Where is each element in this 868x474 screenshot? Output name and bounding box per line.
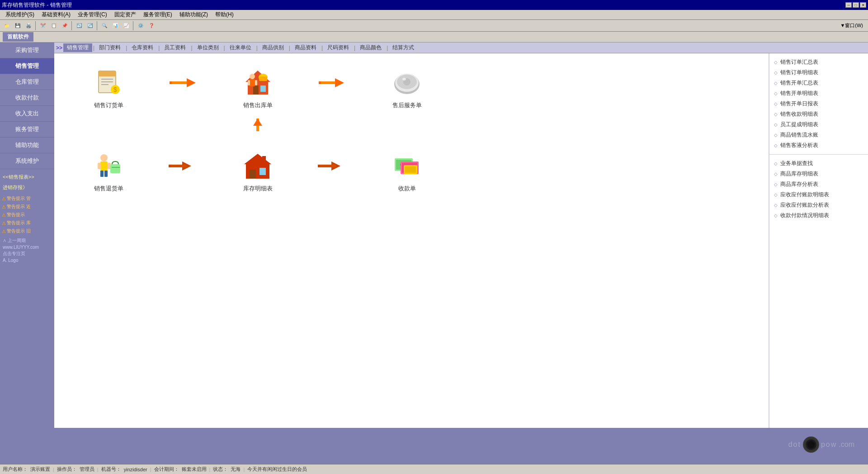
svg-rect-14 bbox=[250, 79, 255, 86]
nav-alert-5: ⚠ 警告提示 旧 bbox=[0, 227, 54, 235]
bottom-area: dot pow .com bbox=[0, 428, 868, 464]
nav-alert-3: ⚠ 警告提示 bbox=[0, 211, 54, 219]
svg-marker-9 bbox=[187, 78, 196, 87]
icon-label-inventory-detail: 库存明细表 bbox=[243, 185, 273, 193]
menu-service[interactable]: 服务管理(E) bbox=[140, 10, 176, 19]
right-item-business-find[interactable]: 业务单据查找 bbox=[769, 158, 868, 169]
nav-item-income-expense[interactable]: 收入支出 bbox=[0, 106, 54, 122]
right-item-employee-commission[interactable]: 员工提成明细表 bbox=[769, 119, 868, 130]
icon-sales-return[interactable]: 销售退货单 bbox=[63, 150, 154, 193]
close-button[interactable]: ✕ bbox=[860, 2, 866, 8]
right-item-sales-order-summary[interactable]: 销售订单汇总表 bbox=[769, 57, 868, 67]
right-item-sales-receipt-detail[interactable]: 销售收款明细表 bbox=[769, 109, 868, 119]
right-item-sales-open-daily[interactable]: 销售开单日报表 bbox=[769, 99, 868, 109]
nav-item-system[interactable]: 系统维护 bbox=[0, 153, 54, 169]
toolbar-btn-9[interactable]: 🔍 bbox=[99, 21, 109, 31]
nav-item-sales[interactable]: 销售管理 bbox=[0, 58, 54, 74]
nav-item-warehouse[interactable]: 仓库管理 bbox=[0, 74, 54, 90]
maximize-button[interactable]: □ bbox=[853, 2, 859, 8]
icon-label-sales-return: 销售退货单 bbox=[94, 185, 123, 193]
status-machine: yinzidisder bbox=[124, 467, 147, 472]
right-item-payment-detail[interactable]: 收款付款情况明细表 bbox=[769, 210, 868, 221]
breadcrumb-tab-dept[interactable]: 部门资料 bbox=[95, 43, 125, 52]
breadcrumb-tab-settlement[interactable]: 结算方式 bbox=[389, 43, 418, 52]
toolbar-btn-1[interactable]: 📁 bbox=[2, 21, 12, 31]
icon-receipt[interactable]: 收款单 bbox=[362, 150, 452, 193]
right-item-ar-ap-detail[interactable]: 应收应付账款明细表 bbox=[769, 190, 868, 200]
sub-window-btn[interactable]: ▼窗口(W) bbox=[837, 21, 866, 31]
icon-sales-outbound[interactable]: 销售出库单 bbox=[212, 67, 303, 109]
breadcrumb-bar: >> 销售管理 | 部门资料 | 仓库资料 | 员工资料 | 单位类别 | 往来… bbox=[54, 43, 868, 53]
minimize-button[interactable]: ─ bbox=[845, 2, 852, 8]
menu-basic-data[interactable]: 基础资料(A) bbox=[38, 10, 74, 19]
breadcrumb-tab-size[interactable]: 尺码资料 bbox=[324, 43, 353, 52]
icon-sales-order[interactable]: $ 销售订货单 bbox=[63, 67, 154, 109]
breadcrumb-current: 销售管理 bbox=[63, 43, 92, 52]
right-section-2: 业务单据查找 商品库存明细表 商品库存分析表 应收应付账款明细表 应收应付账款分… bbox=[769, 158, 868, 221]
toolbar-btn-11[interactable]: 📈 bbox=[121, 21, 131, 31]
icon-inventory-detail[interactable]: 库存明细表 bbox=[212, 150, 303, 193]
status-period-label: 会计期间： bbox=[154, 466, 179, 473]
nav-item-accounting[interactable]: 账务管理 bbox=[0, 122, 54, 137]
nav-link-period[interactable]: ∧ 上一周期 bbox=[0, 237, 54, 244]
toolbar-btn-4[interactable]: ✂️ bbox=[38, 21, 48, 31]
nav-sub-inventory-report[interactable]: 进销存报》 bbox=[0, 182, 54, 193]
status-username-label: 用户名称： bbox=[3, 466, 28, 473]
toolbar-btn-12[interactable]: ⚙️ bbox=[136, 21, 146, 31]
right-section-1: 销售订单汇总表 销售订单明细表 销售开单汇总表 销售开单明细表 销售开单日报表 … bbox=[769, 57, 868, 151]
toolbar-btn-5[interactable]: 📋 bbox=[49, 21, 59, 31]
icon-grid: $ 销售订货单 bbox=[54, 53, 769, 428]
right-item-inventory-analysis[interactable]: 商品库存分析表 bbox=[769, 179, 868, 190]
svg-rect-11 bbox=[253, 85, 259, 95]
menu-auxiliary[interactable]: 辅助功能(Z) bbox=[176, 10, 212, 19]
window-controls: ─ □ ✕ bbox=[845, 2, 866, 8]
toolbar-btn-7[interactable]: ↩️ bbox=[74, 21, 84, 31]
right-item-sales-order-detail[interactable]: 销售订单明细表 bbox=[769, 67, 868, 78]
toolbar-btn-2[interactable]: 💾 bbox=[13, 21, 23, 31]
toolbar-btn-10[interactable]: 📊 bbox=[110, 21, 120, 31]
menu-help[interactable]: 帮助(H) bbox=[212, 10, 237, 19]
toolbar-btn-3[interactable]: 🖨️ bbox=[24, 21, 33, 31]
nav-item-auxiliary[interactable]: 辅助功能 bbox=[0, 137, 54, 153]
breadcrumb-tab-product[interactable]: 商品资料 bbox=[291, 43, 321, 52]
right-item-sales-open-summary[interactable]: 销售开单汇总表 bbox=[769, 78, 868, 88]
breadcrumb-tab-unit-type[interactable]: 单位类别 bbox=[193, 43, 223, 52]
status-status-label: 状态： bbox=[213, 466, 228, 473]
svg-marker-28 bbox=[253, 118, 262, 126]
nav-alert-1: ⚠ 警告提示 管 bbox=[0, 194, 54, 203]
menu-fixed-assets[interactable]: 固定资产 bbox=[111, 10, 140, 19]
page-subtitle-bar: 首航软件 bbox=[0, 32, 868, 43]
breadcrumb-tab-employee[interactable]: 员工资料 bbox=[160, 43, 190, 52]
toolbar-btn-6[interactable]: 📌 bbox=[60, 21, 70, 31]
toolbar: 📁 💾 🖨️ ✂️ 📋 📌 ↩️ ↪️ 🔍 📊 📈 ⚙️ ❓ ▼窗口(W) bbox=[0, 20, 868, 32]
icon-after-sales[interactable]: 售后服务单 bbox=[362, 67, 452, 109]
toolbar-btn-13[interactable]: ❓ bbox=[146, 21, 156, 31]
svg-point-26 bbox=[402, 78, 406, 81]
icon-label-sales-outbound: 销售出库单 bbox=[243, 101, 273, 109]
nav-item-receipt-payment[interactable]: 收款付款 bbox=[0, 90, 54, 106]
right-item-ar-ap-analysis[interactable]: 应收应付账款分析表 bbox=[769, 200, 868, 210]
right-item-customer-analysis[interactable]: 销售客液分析表 bbox=[769, 140, 868, 151]
nav-item-purchase[interactable]: 采购管理 bbox=[0, 43, 54, 58]
nav-sub-sales-report[interactable]: <<销售报表>> bbox=[0, 172, 54, 182]
nav-link-logo[interactable]: A. Logo bbox=[0, 257, 54, 263]
breadcrumb-tab-color[interactable]: 商品颜色 bbox=[356, 43, 386, 52]
breadcrumb-tab-supplier[interactable]: 商品供别 bbox=[259, 43, 288, 52]
right-item-inventory-detail-report[interactable]: 商品库存明细表 bbox=[769, 169, 868, 179]
nav-alert-2: ⚠ 警告提示 近 bbox=[0, 203, 54, 211]
right-item-product-sales-flow[interactable]: 商品销售流水账 bbox=[769, 130, 868, 140]
breadcrumb-tab-partner[interactable]: 往来单位 bbox=[226, 43, 255, 52]
toolbar-btn-8[interactable]: ↪️ bbox=[85, 21, 95, 31]
menu-bar: 系统维护(S) 基础资料(A) 业务管理(C) 固定资产 服务管理(E) 辅助功… bbox=[0, 10, 868, 20]
menu-business[interactable]: 业务管理(C) bbox=[74, 10, 111, 19]
menu-system[interactable]: 系统维护(S) bbox=[2, 10, 38, 19]
svg-rect-30 bbox=[100, 161, 108, 171]
window-title: 库存销售管理软件 - 销售管理 bbox=[2, 1, 72, 9]
nav-link-website[interactable]: www.LIUYYY.com bbox=[0, 244, 54, 250]
right-item-sales-open-detail[interactable]: 销售开单明细表 bbox=[769, 88, 868, 99]
breadcrumb-tab-warehouse[interactable]: 仓库资料 bbox=[128, 43, 157, 52]
svg-point-13 bbox=[250, 74, 255, 79]
nav-link-focus[interactable]: 点击专注页 bbox=[0, 250, 54, 257]
nav-alert-4: ⚠ 警告提示 库 bbox=[0, 219, 54, 227]
svg-rect-32 bbox=[108, 163, 111, 169]
